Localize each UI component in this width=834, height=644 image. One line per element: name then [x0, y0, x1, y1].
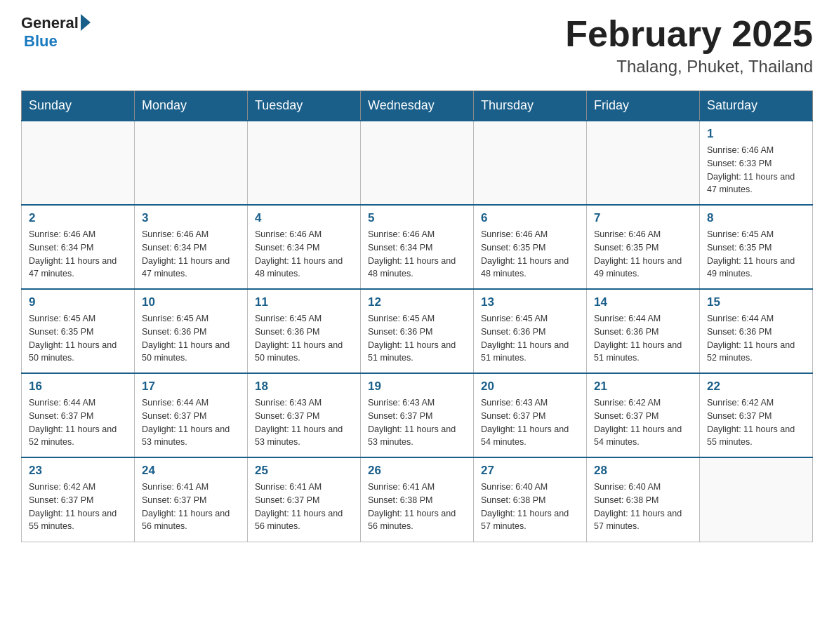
calendar-cell [361, 121, 474, 205]
calendar-cell: 14Sunrise: 6:44 AMSunset: 6:36 PMDayligh… [587, 289, 700, 373]
day-number: 12 [368, 295, 466, 309]
day-info: Sunrise: 6:45 AMSunset: 6:36 PMDaylight:… [368, 312, 466, 365]
day-number: 13 [481, 295, 579, 309]
day-info: Sunrise: 6:46 AMSunset: 6:35 PMDaylight:… [481, 228, 579, 281]
calendar-cell: 4Sunrise: 6:46 AMSunset: 6:34 PMDaylight… [248, 205, 361, 289]
day-info: Sunrise: 6:44 AMSunset: 6:37 PMDaylight:… [142, 396, 240, 449]
day-info: Sunrise: 6:43 AMSunset: 6:37 PMDaylight:… [255, 396, 353, 449]
title-block: February 2025 Thalang, Phuket, Thailand [565, 14, 813, 76]
day-info: Sunrise: 6:44 AMSunset: 6:37 PMDaylight:… [29, 396, 127, 449]
calendar-cell [700, 457, 813, 542]
calendar-cell: 13Sunrise: 6:45 AMSunset: 6:36 PMDayligh… [474, 289, 587, 373]
calendar-cell: 11Sunrise: 6:45 AMSunset: 6:36 PMDayligh… [248, 289, 361, 373]
calendar-cell: 7Sunrise: 6:46 AMSunset: 6:35 PMDaylight… [587, 205, 700, 289]
day-info: Sunrise: 6:41 AMSunset: 6:37 PMDaylight:… [142, 481, 240, 533]
day-number: 8 [707, 211, 805, 225]
day-info: Sunrise: 6:44 AMSunset: 6:36 PMDaylight:… [707, 312, 805, 365]
calendar-cell: 16Sunrise: 6:44 AMSunset: 6:37 PMDayligh… [22, 373, 135, 457]
day-number: 6 [481, 211, 579, 225]
day-info: Sunrise: 6:41 AMSunset: 6:38 PMDaylight:… [368, 481, 466, 533]
day-info: Sunrise: 6:46 AMSunset: 6:34 PMDaylight:… [255, 228, 353, 281]
weekday-header-row: SundayMondayTuesdayWednesdayThursdayFrid… [22, 91, 813, 121]
calendar-cell: 18Sunrise: 6:43 AMSunset: 6:37 PMDayligh… [248, 373, 361, 457]
day-number: 16 [29, 380, 127, 394]
day-info: Sunrise: 6:45 AMSunset: 6:36 PMDaylight:… [142, 312, 240, 365]
logo: General Blue [21, 14, 91, 51]
day-number: 7 [594, 211, 692, 225]
calendar-cell: 22Sunrise: 6:42 AMSunset: 6:37 PMDayligh… [700, 373, 813, 457]
calendar-cell [22, 121, 135, 205]
day-info: Sunrise: 6:40 AMSunset: 6:38 PMDaylight:… [594, 481, 692, 533]
month-title: February 2025 [565, 14, 813, 54]
day-number: 28 [594, 464, 692, 478]
calendar-cell: 25Sunrise: 6:41 AMSunset: 6:37 PMDayligh… [248, 457, 361, 542]
calendar-cell: 27Sunrise: 6:40 AMSunset: 6:38 PMDayligh… [474, 457, 587, 542]
day-number: 21 [594, 380, 692, 394]
week-row-4: 16Sunrise: 6:44 AMSunset: 6:37 PMDayligh… [22, 373, 813, 457]
day-number: 11 [255, 295, 353, 309]
day-number: 19 [368, 380, 466, 394]
day-info: Sunrise: 6:42 AMSunset: 6:37 PMDaylight:… [594, 396, 692, 449]
day-info: Sunrise: 6:46 AMSunset: 6:35 PMDaylight:… [594, 228, 692, 281]
calendar-cell [135, 121, 248, 205]
calendar-cell: 24Sunrise: 6:41 AMSunset: 6:37 PMDayligh… [135, 457, 248, 542]
weekday-header-thursday: Thursday [474, 91, 587, 121]
day-info: Sunrise: 6:45 AMSunset: 6:36 PMDaylight:… [255, 312, 353, 365]
day-info: Sunrise: 6:46 AMSunset: 6:34 PMDaylight:… [29, 228, 127, 281]
day-info: Sunrise: 6:41 AMSunset: 6:37 PMDaylight:… [255, 481, 353, 533]
calendar-cell: 6Sunrise: 6:46 AMSunset: 6:35 PMDaylight… [474, 205, 587, 289]
day-number: 27 [481, 464, 579, 478]
calendar-cell: 26Sunrise: 6:41 AMSunset: 6:38 PMDayligh… [361, 457, 474, 542]
calendar-cell [474, 121, 587, 205]
logo-general-text: General [21, 14, 79, 32]
day-number: 18 [255, 380, 353, 394]
day-info: Sunrise: 6:45 AMSunset: 6:36 PMDaylight:… [481, 312, 579, 365]
calendar-cell: 20Sunrise: 6:43 AMSunset: 6:37 PMDayligh… [474, 373, 587, 457]
day-info: Sunrise: 6:46 AMSunset: 6:33 PMDaylight:… [707, 144, 805, 196]
weekday-header-friday: Friday [587, 91, 700, 121]
day-info: Sunrise: 6:40 AMSunset: 6:38 PMDaylight:… [481, 481, 579, 533]
weekday-header-sunday: Sunday [22, 91, 135, 121]
day-info: Sunrise: 6:46 AMSunset: 6:34 PMDaylight:… [142, 228, 240, 281]
day-number: 17 [142, 380, 240, 394]
day-info: Sunrise: 6:42 AMSunset: 6:37 PMDaylight:… [707, 396, 805, 449]
day-number: 14 [594, 295, 692, 309]
page-header: General Blue February 2025 Thalang, Phuk… [21, 14, 813, 76]
day-number: 22 [707, 380, 805, 394]
location-title: Thalang, Phuket, Thailand [565, 57, 813, 76]
calendar-cell: 21Sunrise: 6:42 AMSunset: 6:37 PMDayligh… [587, 373, 700, 457]
week-row-3: 9Sunrise: 6:45 AMSunset: 6:35 PMDaylight… [22, 289, 813, 373]
calendar-cell: 9Sunrise: 6:45 AMSunset: 6:35 PMDaylight… [22, 289, 135, 373]
day-number: 9 [29, 295, 127, 309]
calendar-cell: 8Sunrise: 6:45 AMSunset: 6:35 PMDaylight… [700, 205, 813, 289]
day-number: 5 [368, 211, 466, 225]
calendar-cell: 28Sunrise: 6:40 AMSunset: 6:38 PMDayligh… [587, 457, 700, 542]
calendar-cell: 10Sunrise: 6:45 AMSunset: 6:36 PMDayligh… [135, 289, 248, 373]
calendar-cell: 23Sunrise: 6:42 AMSunset: 6:37 PMDayligh… [22, 457, 135, 542]
weekday-header-saturday: Saturday [700, 91, 813, 121]
day-number: 20 [481, 380, 579, 394]
logo-arrow-icon [81, 14, 91, 31]
day-info: Sunrise: 6:43 AMSunset: 6:37 PMDaylight:… [368, 396, 466, 449]
logo-blue-text: Blue [24, 32, 58, 51]
week-row-2: 2Sunrise: 6:46 AMSunset: 6:34 PMDaylight… [22, 205, 813, 289]
weekday-header-monday: Monday [135, 91, 248, 121]
calendar-cell: 19Sunrise: 6:43 AMSunset: 6:37 PMDayligh… [361, 373, 474, 457]
day-info: Sunrise: 6:43 AMSunset: 6:37 PMDaylight:… [481, 396, 579, 449]
week-row-5: 23Sunrise: 6:42 AMSunset: 6:37 PMDayligh… [22, 457, 813, 542]
day-info: Sunrise: 6:45 AMSunset: 6:35 PMDaylight:… [707, 228, 805, 281]
calendar-cell: 3Sunrise: 6:46 AMSunset: 6:34 PMDaylight… [135, 205, 248, 289]
calendar-cell [587, 121, 700, 205]
day-number: 25 [255, 464, 353, 478]
calendar-cell: 12Sunrise: 6:45 AMSunset: 6:36 PMDayligh… [361, 289, 474, 373]
day-info: Sunrise: 6:46 AMSunset: 6:34 PMDaylight:… [368, 228, 466, 281]
day-info: Sunrise: 6:45 AMSunset: 6:35 PMDaylight:… [29, 312, 127, 365]
calendar-cell: 17Sunrise: 6:44 AMSunset: 6:37 PMDayligh… [135, 373, 248, 457]
weekday-header-tuesday: Tuesday [248, 91, 361, 121]
day-number: 26 [368, 464, 466, 478]
calendar-cell: 2Sunrise: 6:46 AMSunset: 6:34 PMDaylight… [22, 205, 135, 289]
day-number: 24 [142, 464, 240, 478]
day-info: Sunrise: 6:44 AMSunset: 6:36 PMDaylight:… [594, 312, 692, 365]
day-number: 3 [142, 211, 240, 225]
calendar-cell [248, 121, 361, 205]
